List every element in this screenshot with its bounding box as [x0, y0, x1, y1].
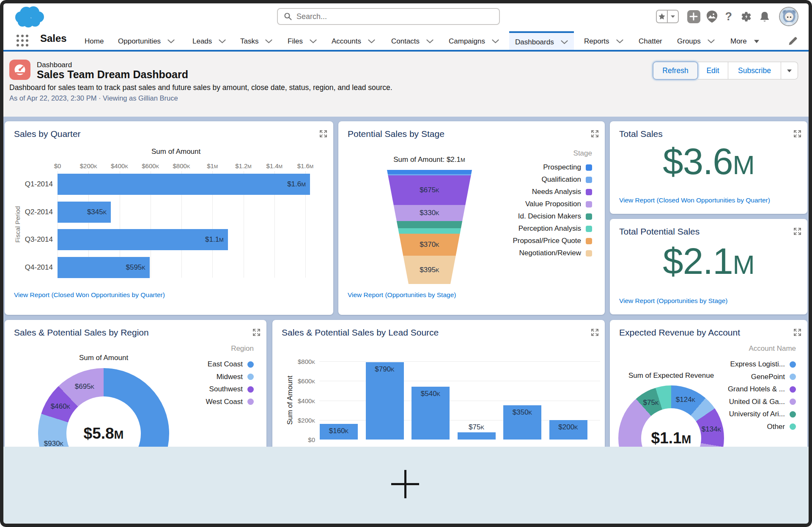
edit-button[interactable]: Edit — [698, 62, 728, 79]
legend-item-east-coast: East Coast — [208, 360, 254, 369]
legend-label: East Coast — [208, 360, 243, 369]
expand-icon[interactable] — [793, 328, 801, 336]
card-title: Sales & Potential Sales by Lead Source — [282, 328, 439, 338]
donut-center-value: $1.1M — [651, 429, 691, 447]
global-actions-icon[interactable] — [687, 10, 700, 23]
y-category-label: Q4-2014 — [5, 263, 53, 272]
expand-icon[interactable] — [319, 130, 327, 138]
donut-value-label: $124K — [676, 396, 695, 404]
tab-accounts[interactable]: Accounts — [326, 31, 381, 52]
expand-icon[interactable] — [591, 130, 599, 138]
card-sales-by-quarter: Sales by QuarterView Report (Closed Won … — [5, 121, 333, 315]
funnel-segment-id-decision-makers[interactable] — [387, 221, 472, 228]
legend-label: Southwest — [209, 385, 243, 393]
edit-nav-pencil-icon[interactable] — [788, 35, 798, 47]
refresh-button[interactable]: Refresh — [653, 62, 698, 79]
legend-item-other: Other — [767, 423, 796, 431]
card-title: Total Sales — [619, 129, 663, 139]
x-tick-label: $800K — [173, 162, 190, 169]
view-report-link[interactable]: View Report (Opportunities by Stage) — [619, 297, 727, 305]
card-total-potential-sales: Total Potential SalesView Report (Opport… — [610, 219, 807, 314]
legend-swatch — [790, 374, 796, 380]
tab-groups[interactable]: Groups — [671, 31, 721, 52]
bar-Q1-2014[interactable] — [58, 174, 310, 195]
chevron-down-icon — [219, 39, 226, 44]
tab-label: Chatter — [639, 37, 662, 46]
notifications-bell-icon[interactable] — [759, 11, 771, 23]
favorites-button[interactable] — [656, 10, 679, 23]
x-tick-label: $1.6M — [297, 162, 314, 169]
tab-reports[interactable]: Reports — [578, 31, 629, 52]
trailhead-icon[interactable] — [705, 10, 719, 24]
gridline — [319, 381, 600, 381]
x-tick-label: $600K — [142, 162, 159, 169]
expand-icon[interactable] — [793, 227, 801, 235]
salesforce-logo — [12, 4, 45, 29]
search-icon — [284, 12, 292, 21]
y-tick-label: $0 — [308, 436, 315, 443]
tab-more[interactable]: More — [724, 31, 765, 52]
favorites-star-icon[interactable] — [657, 11, 668, 22]
donut-center-value: $5.8M — [84, 425, 124, 442]
setup-gear-icon[interactable] — [741, 11, 752, 22]
legend-swatch — [586, 213, 592, 220]
x-tick-label: $1M — [207, 162, 218, 169]
tab-home[interactable]: Home — [79, 31, 110, 52]
user-avatar[interactable] — [779, 7, 798, 26]
donut-value-label: $134K — [702, 425, 721, 434]
bar-$790K[interactable] — [366, 362, 404, 440]
card-title: Sales & Potential Sales by Region — [14, 328, 149, 338]
tab-contacts[interactable]: Contacts — [385, 31, 439, 52]
tab-opportunities[interactable]: Opportunities — [112, 31, 181, 52]
legend-item-united-oil-ga-: United Oil & Ga... — [729, 398, 796, 406]
screenshot-overlay-band — [3, 447, 809, 524]
tab-campaigns[interactable]: Campaigns — [443, 31, 505, 52]
view-report-link[interactable]: View Report (Closed Won Opportunities by… — [619, 197, 770, 204]
tab-files[interactable]: Files — [282, 31, 323, 52]
expand-icon[interactable] — [591, 328, 599, 336]
legend-swatch — [790, 411, 796, 418]
tab-tasks[interactable]: Tasks — [234, 31, 278, 52]
legend-swatch — [586, 250, 592, 257]
dashboard-page-header: Dashboard Sales Team Dream Dashboard Das… — [3, 52, 809, 117]
legend-swatch — [247, 399, 254, 405]
app-launcher-icon[interactable] — [15, 34, 30, 47]
expand-icon[interactable] — [252, 328, 261, 336]
page-title: Sales Team Dream Dashboard — [37, 68, 188, 81]
view-report-link[interactable]: View Report (Closed Won Opportunities by… — [14, 291, 165, 299]
legend-item-genepoint: GenePoint — [751, 373, 796, 381]
funnel-value-label: $370K — [420, 240, 439, 249]
dropdown-caret-icon — [754, 39, 760, 44]
tab-leads[interactable]: Leads — [187, 31, 232, 52]
tab-label: Contacts — [391, 37, 420, 46]
funnel-value-label: $675K — [420, 186, 439, 194]
dashboard-object-icon — [9, 60, 30, 80]
bar-Q3-2014[interactable] — [58, 229, 228, 250]
gridline — [319, 361, 600, 362]
legend-label: Prospecting — [543, 163, 581, 172]
legend-title: Region — [231, 344, 254, 353]
tab-dashboards[interactable]: Dashboards — [509, 31, 574, 52]
donut-value-label: $460K — [51, 402, 70, 411]
legend-item-southwest: Southwest — [209, 385, 254, 393]
subscribe-button[interactable]: Subscribe — [728, 62, 781, 79]
bar-value-label: $75K — [469, 423, 484, 431]
legend-swatch — [247, 361, 254, 368]
legend-label: University of Ari... — [729, 410, 785, 418]
tab-chatter[interactable]: Chatter — [633, 31, 668, 52]
funnel-segment-perception-analysis[interactable] — [387, 228, 472, 234]
help-icon[interactable]: ? — [725, 10, 732, 23]
y-tick-label: $400K — [298, 397, 315, 404]
more-actions-button[interactable] — [781, 62, 798, 79]
expand-icon[interactable] — [793, 130, 801, 138]
tab-label: Accounts — [332, 37, 361, 46]
search-placeholder: Search... — [296, 12, 327, 21]
legend-item-university-of-ari-: University of Ari... — [729, 410, 796, 418]
bar-$75K[interactable] — [458, 432, 496, 440]
view-report-link[interactable]: View Report (Opportunities by Stage) — [348, 291, 456, 299]
y-axis-title: Sum of Amount — [286, 376, 294, 425]
global-search[interactable]: Search... — [277, 8, 500, 25]
funnel-value-label: $395K — [420, 266, 439, 274]
favorites-dropdown-icon[interactable] — [668, 11, 678, 22]
legend-label: United Oil & Ga... — [729, 398, 785, 406]
